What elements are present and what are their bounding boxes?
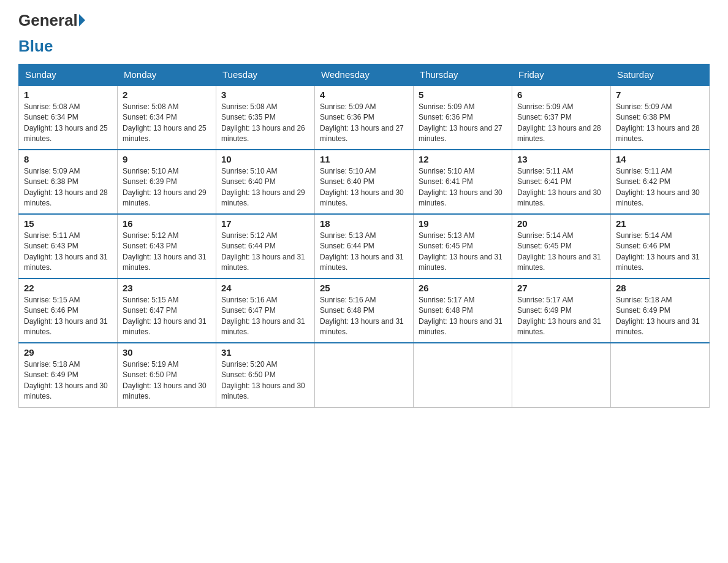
logo-general-text: General (18, 12, 78, 28)
day-number: 9 (123, 154, 211, 164)
calendar-cell: 12Sunrise: 5:10 AMSunset: 6:41 PMDayligh… (414, 150, 512, 214)
calendar-cell: 28Sunrise: 5:18 AMSunset: 6:49 PMDayligh… (611, 278, 710, 343)
calendar-cell (512, 343, 611, 407)
calendar-cell (611, 343, 710, 407)
weekday-header-monday: Monday (118, 64, 216, 86)
day-number: 30 (123, 347, 211, 358)
day-number: 5 (419, 90, 507, 100)
calendar-cell: 13Sunrise: 5:11 AMSunset: 6:41 PMDayligh… (512, 150, 611, 214)
day-info: Sunrise: 5:10 AMSunset: 6:40 PMDaylight:… (221, 166, 309, 209)
day-info: Sunrise: 5:14 AMSunset: 6:45 PMDaylight:… (517, 231, 605, 274)
day-number: 28 (616, 283, 704, 293)
day-info: Sunrise: 5:18 AMSunset: 6:49 PMDaylight:… (24, 359, 112, 402)
calendar-cell: 26Sunrise: 5:17 AMSunset: 6:48 PMDayligh… (414, 278, 512, 343)
day-number: 10 (221, 154, 309, 164)
weekday-header-saturday: Saturday (611, 64, 710, 86)
weekday-header-friday: Friday (512, 64, 611, 86)
day-info: Sunrise: 5:15 AMSunset: 6:46 PMDaylight:… (24, 295, 112, 338)
weekday-header-row: SundayMondayTuesdayWednesdayThursdayFrid… (19, 64, 710, 86)
weekday-header-sunday: Sunday (19, 64, 118, 86)
day-number: 15 (24, 218, 112, 229)
header: General Blue (18, 12, 710, 54)
day-info: Sunrise: 5:10 AMSunset: 6:39 PMDaylight:… (123, 166, 211, 209)
day-number: 22 (24, 283, 112, 293)
calendar-cell: 3Sunrise: 5:08 AMSunset: 6:35 PMDaylight… (216, 85, 315, 150)
calendar-cell: 30Sunrise: 5:19 AMSunset: 6:50 PMDayligh… (118, 343, 216, 407)
calendar-cell: 19Sunrise: 5:13 AMSunset: 6:45 PMDayligh… (414, 214, 512, 278)
day-number: 6 (517, 90, 605, 100)
calendar-week-row-3: 15Sunrise: 5:11 AMSunset: 6:43 PMDayligh… (19, 214, 710, 278)
day-number: 2 (123, 90, 211, 100)
day-number: 17 (221, 218, 309, 229)
day-info: Sunrise: 5:08 AMSunset: 6:34 PMDaylight:… (123, 102, 211, 145)
calendar-week-row-5: 29Sunrise: 5:18 AMSunset: 6:49 PMDayligh… (19, 343, 710, 407)
day-number: 13 (517, 154, 605, 164)
day-info: Sunrise: 5:11 AMSunset: 6:41 PMDaylight:… (517, 166, 605, 209)
day-number: 31 (221, 347, 309, 358)
day-number: 29 (24, 347, 112, 358)
day-info: Sunrise: 5:17 AMSunset: 6:49 PMDaylight:… (517, 295, 605, 338)
calendar-cell: 23Sunrise: 5:15 AMSunset: 6:47 PMDayligh… (118, 278, 216, 343)
calendar-table: SundayMondayTuesdayWednesdayThursdayFrid… (18, 64, 710, 408)
calendar-cell: 31Sunrise: 5:20 AMSunset: 6:50 PMDayligh… (216, 343, 315, 407)
day-number: 25 (320, 283, 408, 293)
calendar-cell: 18Sunrise: 5:13 AMSunset: 6:44 PMDayligh… (315, 214, 414, 278)
calendar-cell: 4Sunrise: 5:09 AMSunset: 6:36 PMDaylight… (315, 85, 414, 150)
calendar-cell: 6Sunrise: 5:09 AMSunset: 6:37 PMDaylight… (512, 85, 611, 150)
calendar-cell: 21Sunrise: 5:14 AMSunset: 6:46 PMDayligh… (611, 214, 710, 278)
day-info: Sunrise: 5:11 AMSunset: 6:42 PMDaylight:… (616, 166, 704, 209)
logo: General Blue (18, 12, 86, 54)
day-info: Sunrise: 5:12 AMSunset: 6:43 PMDaylight:… (123, 231, 211, 274)
day-info: Sunrise: 5:09 AMSunset: 6:36 PMDaylight:… (419, 102, 507, 145)
day-number: 16 (123, 218, 211, 229)
day-number: 23 (123, 283, 211, 293)
calendar-week-row-2: 8Sunrise: 5:09 AMSunset: 6:38 PMDaylight… (19, 150, 710, 214)
day-number: 8 (24, 154, 112, 164)
day-info: Sunrise: 5:08 AMSunset: 6:35 PMDaylight:… (221, 102, 309, 145)
day-info: Sunrise: 5:09 AMSunset: 6:38 PMDaylight:… (616, 102, 704, 145)
calendar-cell: 20Sunrise: 5:14 AMSunset: 6:45 PMDayligh… (512, 214, 611, 278)
calendar-cell: 25Sunrise: 5:16 AMSunset: 6:48 PMDayligh… (315, 278, 414, 343)
calendar-cell: 9Sunrise: 5:10 AMSunset: 6:39 PMDaylight… (118, 150, 216, 214)
calendar-cell (414, 343, 512, 407)
day-info: Sunrise: 5:19 AMSunset: 6:50 PMDaylight:… (123, 359, 211, 402)
logo-blue-text: Blue (18, 37, 53, 55)
calendar-cell: 29Sunrise: 5:18 AMSunset: 6:49 PMDayligh… (19, 343, 118, 407)
day-number: 27 (517, 283, 605, 293)
day-number: 21 (616, 218, 704, 229)
day-info: Sunrise: 5:15 AMSunset: 6:47 PMDaylight:… (123, 295, 211, 338)
day-info: Sunrise: 5:14 AMSunset: 6:46 PMDaylight:… (616, 231, 704, 274)
calendar-week-row-4: 22Sunrise: 5:15 AMSunset: 6:46 PMDayligh… (19, 278, 710, 343)
calendar-cell: 1Sunrise: 5:08 AMSunset: 6:34 PMDaylight… (19, 85, 118, 150)
calendar-cell (315, 343, 414, 407)
day-info: Sunrise: 5:16 AMSunset: 6:48 PMDaylight:… (320, 295, 408, 338)
day-number: 4 (320, 90, 408, 100)
calendar-cell: 24Sunrise: 5:16 AMSunset: 6:47 PMDayligh… (216, 278, 315, 343)
calendar-cell: 15Sunrise: 5:11 AMSunset: 6:43 PMDayligh… (19, 214, 118, 278)
calendar-cell: 16Sunrise: 5:12 AMSunset: 6:43 PMDayligh… (118, 214, 216, 278)
day-number: 18 (320, 218, 408, 229)
day-number: 7 (616, 90, 704, 100)
calendar-cell: 11Sunrise: 5:10 AMSunset: 6:40 PMDayligh… (315, 150, 414, 214)
day-info: Sunrise: 5:12 AMSunset: 6:44 PMDaylight:… (221, 231, 309, 274)
day-info: Sunrise: 5:16 AMSunset: 6:47 PMDaylight:… (221, 295, 309, 338)
calendar-cell: 7Sunrise: 5:09 AMSunset: 6:38 PMDaylight… (611, 85, 710, 150)
calendar-cell: 17Sunrise: 5:12 AMSunset: 6:44 PMDayligh… (216, 214, 315, 278)
day-info: Sunrise: 5:13 AMSunset: 6:44 PMDaylight:… (320, 231, 408, 274)
day-number: 26 (419, 283, 507, 293)
calendar-cell: 2Sunrise: 5:08 AMSunset: 6:34 PMDaylight… (118, 85, 216, 150)
day-info: Sunrise: 5:13 AMSunset: 6:45 PMDaylight:… (419, 231, 507, 274)
day-info: Sunrise: 5:09 AMSunset: 6:36 PMDaylight:… (320, 102, 408, 145)
day-number: 24 (221, 283, 309, 293)
day-info: Sunrise: 5:09 AMSunset: 6:38 PMDaylight:… (24, 166, 112, 209)
day-info: Sunrise: 5:20 AMSunset: 6:50 PMDaylight:… (221, 359, 309, 402)
calendar-cell: 22Sunrise: 5:15 AMSunset: 6:46 PMDayligh… (19, 278, 118, 343)
day-info: Sunrise: 5:10 AMSunset: 6:41 PMDaylight:… (419, 166, 507, 209)
weekday-header-tuesday: Tuesday (216, 64, 315, 86)
calendar-cell: 14Sunrise: 5:11 AMSunset: 6:42 PMDayligh… (611, 150, 710, 214)
day-info: Sunrise: 5:09 AMSunset: 6:37 PMDaylight:… (517, 102, 605, 145)
day-info: Sunrise: 5:11 AMSunset: 6:43 PMDaylight:… (24, 231, 112, 274)
day-number: 20 (517, 218, 605, 229)
calendar-cell: 27Sunrise: 5:17 AMSunset: 6:49 PMDayligh… (512, 278, 611, 343)
day-number: 19 (419, 218, 507, 229)
